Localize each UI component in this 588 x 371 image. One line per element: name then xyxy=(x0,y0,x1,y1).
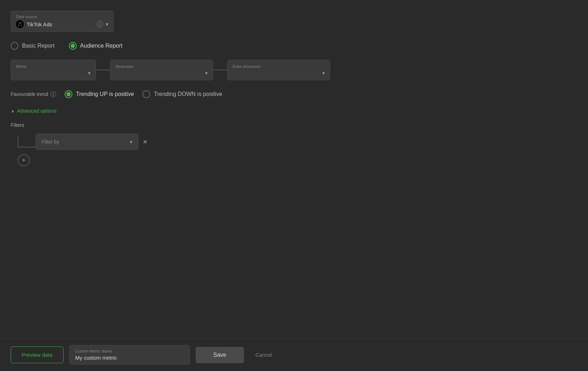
favourable-info-icon[interactable]: ℹ xyxy=(50,91,56,97)
custom-metric-name-label: Custom Metric Name xyxy=(75,349,184,353)
filter-actions: ✕ xyxy=(143,139,147,145)
extra-dimension-chevron-icon: ▾ xyxy=(322,70,325,76)
favourable-trend-row: Favourable trend ℹ Trending UP is positi… xyxy=(11,90,577,98)
data-source-actions: ℹ ▾ xyxy=(97,21,108,27)
chevron-up-icon: ▲ xyxy=(11,108,15,113)
filter-by-placeholder: Filter by xyxy=(42,139,59,145)
advanced-options-label: Advanced options xyxy=(17,108,56,114)
metric-dropdown[interactable]: Metric ▾ xyxy=(11,60,96,80)
trending-down-radio[interactable] xyxy=(142,90,150,98)
filter-horiz-line xyxy=(18,147,36,147)
report-type-row: Basic Report Audience Report xyxy=(11,42,577,50)
filter-close-icon[interactable]: ✕ xyxy=(143,139,147,145)
tiktok-icon: 🎵 xyxy=(16,20,24,28)
filter-connector xyxy=(11,136,36,147)
metric-label: Metric xyxy=(16,64,91,69)
basic-report-radio[interactable] xyxy=(11,42,18,50)
dimension-label: Dimension xyxy=(115,64,208,69)
data-source-text: TikTok Ads xyxy=(27,21,52,27)
data-source-container: Data source 🎵 TikTok Ads ℹ ▾ xyxy=(11,11,577,32)
dimension-chevron-icon: ▾ xyxy=(205,70,208,76)
extra-dimension-label: Extra dimension xyxy=(233,64,325,69)
bottom-bar: Preview data Custom Metric Name My custo… xyxy=(0,338,588,371)
audience-report-option[interactable]: Audience Report xyxy=(69,42,123,50)
trending-up-radio-inner xyxy=(66,92,71,96)
advanced-options-toggle[interactable]: ▲ Advanced options xyxy=(11,108,577,114)
data-source-label: Data source xyxy=(16,15,108,19)
dropdowns-row: Metric ▾ Dimension ▾ Extra dimension ▾ xyxy=(11,60,577,80)
custom-metric-container[interactable]: Custom Metric Name My custom metric xyxy=(69,345,190,365)
extra-dimension-dropdown[interactable]: Extra dimension ▾ xyxy=(227,60,330,80)
dimension-dropdown[interactable]: Dimension ▾ xyxy=(110,60,213,80)
basic-report-option[interactable]: Basic Report xyxy=(11,42,55,50)
filter-chevron-icon: ▾ xyxy=(130,139,132,145)
add-filter-button[interactable]: + xyxy=(18,154,30,166)
connector-line-2 xyxy=(213,70,227,70)
trending-up-radio[interactable] xyxy=(65,90,72,98)
metric-chevron-icon: ▾ xyxy=(88,70,91,76)
filter-vert-line xyxy=(18,136,18,147)
cancel-button[interactable]: Cancel xyxy=(250,347,278,363)
filter-wrapper: Filter by ▾ ✕ xyxy=(11,134,577,150)
filter-by-dropdown[interactable]: Filter by ▾ xyxy=(36,134,138,150)
filter-dropdown-actions: ▾ xyxy=(130,139,132,145)
data-source-dropdown[interactable]: Data source 🎵 TikTok Ads ℹ ▾ xyxy=(11,11,114,32)
main-content: Data source 🎵 TikTok Ads ℹ ▾ Basic Repor… xyxy=(0,0,588,209)
filters-label: Filters xyxy=(11,122,577,128)
add-filter-icon: + xyxy=(22,157,26,164)
audience-report-radio-inner xyxy=(71,44,75,48)
audience-report-label: Audience Report xyxy=(80,43,123,49)
trending-up-label: Trending UP is positive xyxy=(76,91,134,97)
chevron-down-icon: ▾ xyxy=(106,21,108,27)
trending-down-label: Trending DOWN is positive xyxy=(154,91,222,97)
basic-report-label: Basic Report xyxy=(22,43,55,49)
audience-report-radio[interactable] xyxy=(69,42,77,50)
connector-line-1 xyxy=(96,70,110,70)
preview-data-button[interactable]: Preview data xyxy=(11,346,64,363)
trending-down-option[interactable]: Trending DOWN is positive xyxy=(142,90,222,98)
filters-section: Filters Filter by ▾ ✕ + xyxy=(11,122,577,166)
favourable-trend-label: Favourable trend ℹ xyxy=(11,91,56,97)
save-button[interactable]: Save xyxy=(196,347,244,363)
trending-up-option[interactable]: Trending UP is positive xyxy=(65,90,134,98)
data-source-value-row: 🎵 TikTok Ads ℹ ▾ xyxy=(16,20,108,28)
custom-metric-name-value: My custom metric xyxy=(75,355,184,361)
info-icon[interactable]: ℹ xyxy=(97,21,103,27)
